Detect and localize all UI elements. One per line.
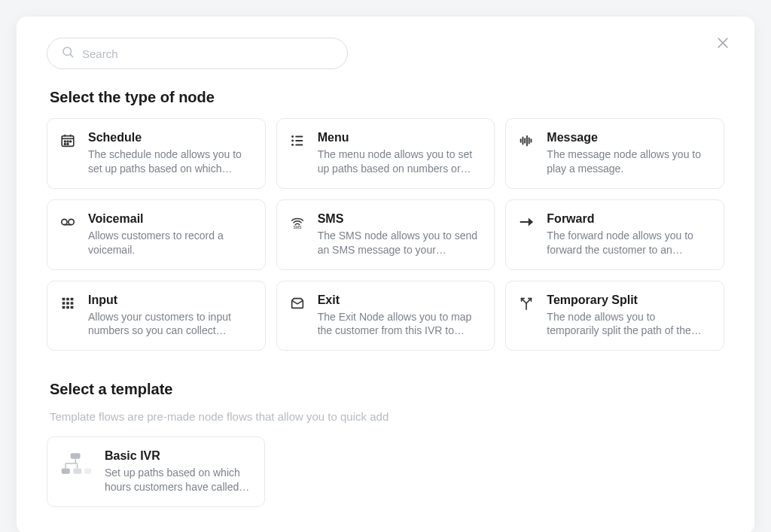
svg-rect-35: [62, 306, 66, 309]
svg-rect-38: [71, 454, 81, 459]
template-grid: Basic IVR Set up paths based on which ho…: [47, 436, 724, 507]
template-title: Basic IVR: [105, 449, 251, 463]
node-card-temporary-split[interactable]: Temporary Split The node allows you to t…: [505, 281, 724, 351]
svg-rect-16: [295, 140, 303, 141]
node-card-message[interactable]: Message The message node allows you to p…: [505, 118, 724, 189]
node-title: Exit: [318, 293, 481, 307]
list-icon: [288, 132, 307, 149]
svg-rect-30: [66, 297, 69, 300]
svg-rect-36: [66, 306, 69, 309]
node-title: Temporary Split: [547, 293, 710, 307]
svg-rect-33: [66, 302, 69, 305]
node-title: Voicemail: [88, 212, 251, 226]
calendar-icon: [58, 132, 78, 149]
exit-icon: [288, 295, 307, 312]
node-card-voicemail[interactable]: Voicemail Allows customers to record a v…: [47, 199, 266, 270]
close-button[interactable]: [712, 33, 733, 54]
node-card-input[interactable]: Input Allows your customers to input num…: [47, 281, 266, 351]
svg-rect-34: [71, 302, 74, 305]
svg-rect-31: [71, 297, 74, 300]
node-card-schedule[interactable]: Schedule The schedule node allows you to…: [47, 118, 266, 189]
node-picker-modal: Select the type of node Schedule The sch…: [17, 17, 754, 532]
node-title: Forward: [547, 212, 710, 226]
svg-point-9: [67, 141, 69, 142]
svg-point-12: [67, 144, 69, 145]
node-desc: Allows your customers to input numbers s…: [88, 310, 251, 339]
arrow-right-icon: [517, 214, 536, 230]
node-title: Schedule: [88, 131, 251, 144]
svg-rect-43: [65, 464, 66, 469]
svg-point-26: [69, 219, 74, 224]
svg-rect-44: [77, 464, 78, 469]
node-card-exit[interactable]: Exit The Exit Node allows you to map the…: [276, 281, 495, 351]
svg-rect-42: [75, 459, 76, 464]
node-desc: The schedule node allows you to set up p…: [88, 147, 251, 176]
svg-rect-45: [65, 464, 78, 464]
svg-rect-32: [62, 302, 66, 305]
node-desc: The Exit Node allows you to map the cust…: [318, 310, 481, 339]
sms-icon: SMS: [288, 214, 307, 230]
node-title: Message: [547, 131, 710, 144]
svg-text:SMS: SMS: [293, 225, 302, 230]
node-title: Menu: [318, 131, 481, 144]
node-card-forward[interactable]: Forward The forward node allows you to f…: [505, 199, 724, 270]
svg-point-17: [291, 144, 294, 146]
svg-point-13: [291, 135, 294, 138]
node-desc: The menu node allows you to set up paths…: [318, 147, 481, 176]
node-card-sms[interactable]: SMS SMS The SMS node allows you to send …: [276, 199, 495, 270]
svg-point-8: [64, 141, 66, 142]
section-title-nodes: Select the type of node: [50, 89, 724, 106]
search-container: [47, 38, 348, 69]
search-icon: [61, 45, 75, 62]
template-desc: Set up paths based on which hours custom…: [105, 466, 251, 494]
node-desc: The SMS node allows you to send an SMS m…: [318, 229, 481, 257]
svg-line-3: [70, 54, 72, 56]
svg-rect-40: [73, 469, 81, 474]
audio-wave-icon: [517, 132, 536, 149]
node-card-menu[interactable]: Menu The menu node allows you to set up …: [276, 118, 495, 189]
voicemail-icon: [58, 214, 78, 230]
template-card-basic-ivr[interactable]: Basic IVR Set up paths based on which ho…: [47, 436, 265, 507]
search-input[interactable]: [82, 47, 334, 60]
search-field[interactable]: [47, 38, 348, 69]
svg-point-11: [64, 144, 66, 145]
node-desc: Allows customers to record a voicemail.: [88, 229, 251, 257]
close-icon: [715, 35, 730, 53]
svg-point-15: [291, 140, 294, 142]
node-title: SMS: [318, 212, 481, 226]
section-title-templates: Select a template: [50, 381, 724, 398]
section-subtitle-templates: Template flows are pre-made node flows t…: [50, 410, 724, 423]
svg-rect-37: [71, 306, 74, 309]
flow-icon: [58, 451, 94, 478]
node-title: Input: [88, 293, 251, 307]
keypad-icon: [58, 295, 78, 312]
svg-rect-41: [84, 469, 91, 474]
node-desc: The node allows you to temporarily split…: [547, 310, 710, 339]
svg-rect-14: [295, 136, 303, 138]
svg-rect-39: [62, 469, 70, 474]
node-desc: The message node allows you to play a me…: [547, 147, 710, 176]
svg-rect-18: [295, 144, 303, 146]
node-grid: Schedule The schedule node allows you to…: [47, 118, 724, 351]
svg-point-25: [62, 219, 67, 224]
svg-point-10: [70, 141, 72, 142]
split-icon: [517, 295, 536, 312]
svg-rect-29: [62, 297, 66, 300]
node-desc: The forward node allows you to forward t…: [547, 229, 710, 257]
